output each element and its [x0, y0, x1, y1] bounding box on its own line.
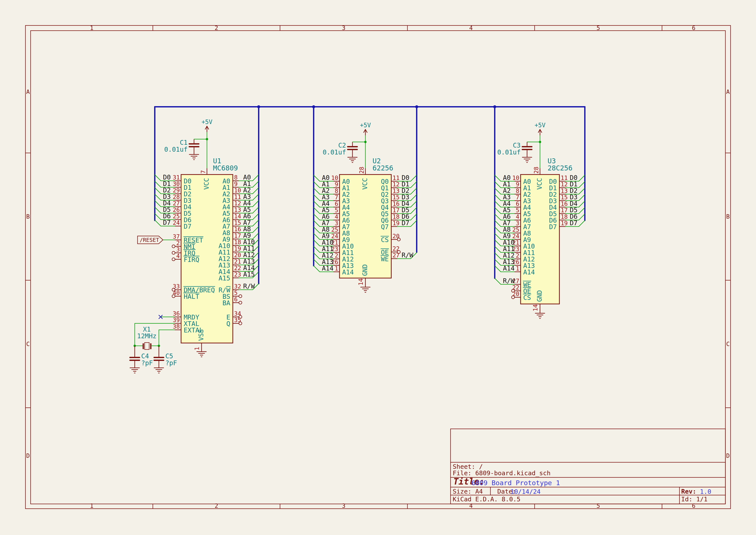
svg-text:38: 38 [173, 323, 180, 330]
svg-text:A14: A14 [523, 268, 535, 276]
svg-text:A14: A14 [503, 265, 515, 272]
svg-text:4: 4 [469, 25, 473, 31]
svg-text:22: 22 [512, 284, 519, 291]
svg-text:R/W: R/W [503, 277, 515, 285]
svg-text:4: 4 [176, 253, 180, 259]
svg-text:A: A [26, 88, 30, 95]
power-flag-plus5v[interactable]: +5V [202, 119, 213, 132]
svg-text:D7: D7 [570, 219, 578, 227]
svg-text:+5V: +5V [202, 119, 213, 126]
svg-text:9: 9 [516, 181, 519, 188]
svg-text:16: 16 [392, 200, 400, 207]
svg-text:D7: D7 [184, 223, 191, 230]
svg-text:27: 27 [173, 200, 180, 207]
svg-text:22: 22 [234, 265, 241, 271]
svg-text:5: 5 [597, 502, 600, 509]
svg-text:C: C [26, 341, 30, 347]
capacitor-c2[interactable]: C20.01uf [323, 142, 357, 162]
svg-text:33: 33 [173, 283, 180, 290]
svg-text:18: 18 [392, 213, 400, 220]
svg-text:17: 17 [392, 207, 400, 213]
svg-text:5: 5 [597, 25, 600, 31]
svg-text:32: 32 [234, 283, 241, 290]
svg-text:3: 3 [176, 246, 180, 253]
svg-text:C5: C5 [165, 352, 173, 360]
svg-text:HALT: HALT [184, 293, 199, 300]
svg-text:25: 25 [173, 213, 180, 220]
svg-text:10: 10 [234, 187, 241, 194]
component-u2[interactable]: U26225628VCC14GND10A0A09A1A18A2A27A3A36A… [314, 157, 417, 285]
svg-text:Q: Q [226, 320, 230, 327]
svg-text:35: 35 [234, 317, 241, 324]
svg-text:17: 17 [561, 207, 568, 213]
svg-text:8: 8 [234, 174, 237, 181]
svg-text:GND: GND [361, 264, 369, 276]
svg-text:/RESET: /RESET [140, 237, 159, 243]
svg-text:C2: C2 [338, 142, 346, 149]
ground-symbol [197, 352, 206, 357]
svg-text:2: 2 [176, 240, 180, 246]
svg-text:1: 1 [194, 347, 200, 350]
svg-text:10: 10 [512, 175, 519, 181]
ground-symbol [361, 287, 370, 292]
svg-text:D: D [26, 452, 30, 459]
svg-text:CS: CS [381, 236, 389, 243]
svg-text:A14: A14 [342, 268, 354, 276]
capacitor-c5[interactable]: C5?pF [154, 346, 177, 373]
svg-text:19: 19 [561, 220, 568, 227]
capacitor-c4[interactable]: C4?pF [130, 346, 153, 373]
svg-text:VCC: VCC [361, 178, 369, 190]
svg-text:3: 3 [342, 25, 345, 31]
svg-text:28C256: 28C256 [548, 164, 573, 172]
svg-text:14: 14 [234, 213, 241, 220]
svg-text:6: 6 [692, 502, 695, 509]
titleblock-rev-label: Rev: [681, 489, 696, 495]
schematic-canvas[interactable]: 112233445566AABBCCDDU1MC68097VCC1VSS31D0… [0, 0, 756, 535]
svg-text:40: 40 [173, 290, 180, 296]
svg-text:9: 9 [335, 181, 338, 188]
svg-text:6: 6 [516, 200, 519, 207]
svg-text:39: 39 [173, 317, 180, 324]
titleblock-title-value[interactable]: 6809 Board Prototype 1 [472, 480, 560, 486]
svg-text:29: 29 [173, 187, 180, 194]
svg-text:22: 22 [392, 245, 400, 252]
svg-text:25: 25 [512, 226, 519, 233]
svg-text:8: 8 [516, 187, 519, 194]
svg-text:14: 14 [532, 304, 539, 311]
svg-text:31: 31 [173, 174, 180, 181]
capacitor-c3[interactable]: C30.01uf [497, 142, 532, 162]
svg-text:16: 16 [234, 226, 241, 233]
component-u1[interactable]: U1MC68097VCC1VSS31D0D030D1D129D2D228D3D3… [155, 157, 259, 350]
svg-text:1: 1 [90, 25, 93, 31]
svg-text:18: 18 [234, 239, 241, 245]
component-u3[interactable]: U328C25628VCC14GND10A0A09A1A18A2A27A3A36… [495, 157, 585, 311]
power-flag-plus5v[interactable]: +5V [360, 122, 371, 135]
svg-text:13: 13 [234, 207, 241, 213]
titleblock-date-value[interactable]: 10/14/24 [510, 489, 541, 495]
power-flag-plus5v[interactable]: +5V [535, 122, 546, 135]
svg-text:7: 7 [200, 170, 206, 174]
svg-text:36: 36 [173, 310, 180, 317]
svg-text:15: 15 [561, 194, 568, 201]
svg-text:VCC: VCC [536, 178, 543, 190]
svg-text:?pF: ?pF [165, 359, 177, 367]
capacitor-c1[interactable]: C10.01uf [164, 139, 199, 160]
svg-text:12: 12 [234, 200, 241, 207]
svg-text:MC6809: MC6809 [213, 164, 238, 172]
svg-text:R/W: R/W [243, 282, 255, 290]
svg-text:6: 6 [692, 25, 695, 31]
svg-text:28: 28 [173, 193, 180, 200]
svg-text:D7: D7 [549, 223, 557, 231]
svg-text:2: 2 [215, 25, 218, 31]
svg-text:B: B [26, 213, 30, 220]
svg-text:16: 16 [561, 200, 568, 207]
titleblock-rev-value[interactable]: 1.0 [700, 489, 711, 495]
svg-text:24: 24 [173, 219, 180, 226]
svg-text:1: 1 [90, 502, 93, 509]
global-label-reset[interactable]: /RESET [138, 236, 163, 244]
svg-text:20: 20 [234, 252, 241, 258]
svg-text:5: 5 [516, 207, 519, 213]
svg-text:R/W: R/W [402, 251, 414, 259]
svg-text:23: 23 [234, 271, 241, 278]
svg-text:10: 10 [331, 175, 338, 181]
